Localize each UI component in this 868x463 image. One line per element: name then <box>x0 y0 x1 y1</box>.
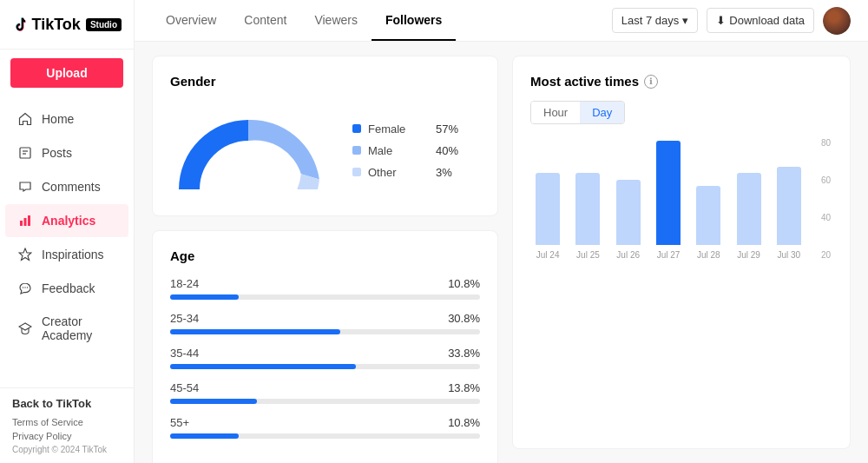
age-row-18-24: 18-24 10.8% <box>170 277 480 300</box>
time-toggle: Hour Day <box>530 101 625 124</box>
privacy-policy-link[interactable]: Privacy Policy <box>12 431 122 441</box>
sidebar-item-posts[interactable]: Posts <box>5 136 128 169</box>
bar-col-Jul-24: Jul 24 <box>530 138 565 260</box>
sidebar-item-label: Home <box>42 112 74 126</box>
analytics-icon <box>17 213 33 228</box>
y-label: 20 <box>821 250 831 260</box>
female-label: Female <box>368 122 411 136</box>
download-icon: ⬇ <box>716 14 726 27</box>
bar-rect <box>777 167 801 245</box>
y-label: 40 <box>821 213 831 222</box>
terms-of-service-link[interactable]: Terms of Service <box>12 417 122 427</box>
bar-label: Jul 27 <box>657 250 681 260</box>
tab-content[interactable]: Content <box>230 1 300 41</box>
tab-overview[interactable]: Overview <box>152 1 230 41</box>
bar-label: Jul 25 <box>576 250 600 260</box>
avatar-image <box>823 7 851 35</box>
male-dot <box>352 146 361 155</box>
sidebar-item-label: Comments <box>42 180 101 194</box>
male-value: 40% <box>436 144 458 157</box>
sidebar-item-analytics[interactable]: Analytics <box>5 204 128 237</box>
svg-point-8 <box>24 287 25 288</box>
sidebar-item-inspirations[interactable]: Inspirations <box>5 238 128 271</box>
bar-col-Jul-29: Jul 29 <box>731 138 766 260</box>
sidebar-item-label: Analytics <box>42 214 95 228</box>
hour-toggle-btn[interactable]: Hour <box>531 102 580 123</box>
sidebar: TikTok Studio Upload Home Posts Comments <box>0 0 135 463</box>
age-group-label: 18-24 <box>170 277 199 290</box>
legend-item-female: Female 57% <box>352 122 458 136</box>
y-label: 60 <box>821 175 831 185</box>
sidebar-item-label: Inspirations <box>42 248 104 261</box>
sidebar-footer: Back to TikTok Terms of Service Privacy … <box>0 387 134 463</box>
bar-rect <box>696 186 720 245</box>
age-group-value: 30.8% <box>448 312 480 325</box>
day-toggle-btn[interactable]: Day <box>580 102 624 123</box>
tabs: Overview Content Viewers Followers <box>152 1 456 41</box>
bar-col-Jul-28: Jul 28 <box>691 138 726 260</box>
age-title: Age <box>170 248 480 263</box>
sidebar-item-comments[interactable]: Comments <box>5 170 128 203</box>
comments-icon <box>17 179 33 195</box>
female-dot <box>352 124 361 133</box>
inspirations-icon <box>17 247 33 262</box>
age-bar-fill <box>170 433 239 439</box>
avatar[interactable] <box>823 7 851 35</box>
bar-label: Jul 26 <box>616 250 640 260</box>
sidebar-item-home[interactable]: Home <box>5 103 128 136</box>
svg-point-7 <box>23 287 23 288</box>
download-data-button[interactable]: ⬇ Download data <box>707 8 814 33</box>
creator-academy-icon <box>17 321 33 336</box>
female-segment <box>179 120 248 189</box>
y-label: 80 <box>821 138 831 148</box>
date-picker[interactable]: Last 7 days ▾ <box>612 8 699 33</box>
content-area: Gender <box>135 42 868 463</box>
left-panel: Gender <box>152 56 498 449</box>
age-group-label: 55+ <box>170 416 189 429</box>
tabs-bar: Overview Content Viewers Followers Last … <box>135 0 868 42</box>
age-group-value: 10.8% <box>448 416 480 429</box>
most-active-times-card: Most active times ℹ Hour Day Jul 24 Jul … <box>512 56 851 449</box>
chart-area: Jul 24 Jul 25 Jul 26 Jul 27 Jul 28 Jul 2… <box>530 138 832 286</box>
bar-rect <box>616 180 641 245</box>
sidebar-item-creator-academy[interactable]: Creator Academy <box>5 306 128 351</box>
upload-button[interactable]: Upload <box>10 58 123 88</box>
age-group-label: 35-44 <box>170 347 199 360</box>
other-dot <box>352 168 361 176</box>
bar-col-Jul-27: Jul 27 <box>651 138 686 260</box>
age-bar-fill <box>170 329 340 334</box>
age-row-25-34: 25-34 30.8% <box>170 312 480 334</box>
male-label: Male <box>368 144 411 157</box>
gender-legend: Female 57% Male 40% Other 3% <box>352 122 458 179</box>
age-rows: 18-24 10.8% 25-34 30.8% 35-44 33.8% 45-5… <box>170 277 480 439</box>
bar-rect <box>656 141 681 245</box>
gender-title: Gender <box>170 74 480 89</box>
sidebar-item-feedback[interactable]: Feedback <box>5 272 128 305</box>
bar-label: Jul 24 <box>536 250 560 260</box>
download-label: Download data <box>729 14 805 27</box>
tab-followers[interactable]: Followers <box>372 1 456 41</box>
main-content: Overview Content Viewers Followers Last … <box>135 0 868 463</box>
svg-point-9 <box>27 287 28 288</box>
other-value: 3% <box>436 166 452 179</box>
posts-icon <box>17 145 33 161</box>
chart-bars: Jul 24 Jul 25 Jul 26 Jul 27 Jul 28 Jul 2… <box>530 138 832 260</box>
age-row-55+: 55+ 10.8% <box>170 416 480 439</box>
bar-col-Jul-30: Jul 30 <box>772 138 806 260</box>
age-bar-bg <box>170 294 480 300</box>
tab-actions: Last 7 days ▾ ⬇ Download data <box>612 7 851 35</box>
sidebar-item-label: Feedback <box>42 281 95 295</box>
age-bar-bg <box>170 399 480 404</box>
date-picker-label: Last 7 days <box>621 14 680 27</box>
age-group-label: 25-34 <box>170 312 199 325</box>
bar-rect <box>575 173 600 245</box>
info-icon[interactable]: ℹ <box>644 75 658 89</box>
back-to-tiktok-link[interactable]: Back to TikTok <box>12 397 122 410</box>
svg-rect-0 <box>20 148 30 158</box>
legend-item-male: Male 40% <box>352 144 458 157</box>
bar-col-Jul-26: Jul 26 <box>611 138 646 260</box>
bar-rect <box>536 173 560 245</box>
age-group-value: 10.8% <box>448 277 480 290</box>
tab-viewers[interactable]: Viewers <box>300 1 372 41</box>
donut-svg <box>170 103 326 198</box>
